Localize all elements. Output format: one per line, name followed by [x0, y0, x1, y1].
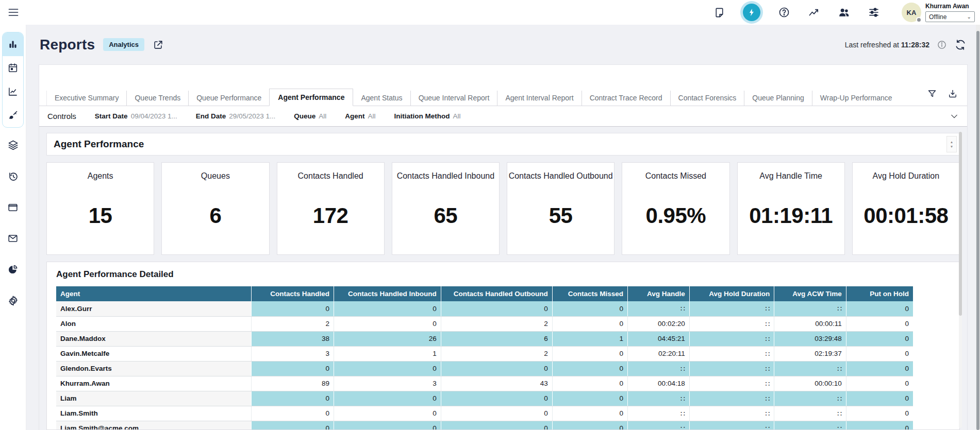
tab-wrap-up-performance[interactable]: Wrap-Up Performance — [812, 91, 900, 106]
last-refreshed-text: Last refreshed at 11:28:32 — [845, 41, 929, 49]
chevron-down-icon: ⌄ — [967, 14, 971, 20]
analytics-badge: Analytics — [103, 38, 144, 51]
kpi-card-avg-hold-duration: Avg Hold Duration00:01:58 — [852, 162, 960, 255]
tab-queue-interval-report[interactable]: Queue Interval Report — [410, 91, 497, 106]
tab-contract-trace-record[interactable]: Contract Trace Record — [582, 91, 670, 106]
value-cell: ∷ — [689, 421, 774, 430]
sidebar-item-schedule[interactable] — [2, 56, 24, 80]
tab-queue-trends[interactable]: Queue Trends — [126, 91, 188, 106]
value-cell: 3 — [252, 346, 334, 361]
mail-icon[interactable] — [7, 233, 19, 244]
value-cell: 0 — [846, 376, 913, 391]
sidebar-item-metrics[interactable] — [2, 80, 24, 104]
value-cell: 00:00:11 — [774, 316, 846, 331]
notes-icon[interactable] — [713, 6, 725, 19]
section-scroll-stepper[interactable]: ▲▼ — [946, 136, 957, 152]
value-cell: 0 — [552, 301, 627, 316]
tab-agent-performance[interactable]: Agent Performance — [269, 89, 353, 106]
menu-icon[interactable] — [7, 6, 20, 19]
column-header-contacts-missed[interactable]: Contacts Missed — [552, 286, 627, 301]
value-cell: ∷ — [774, 421, 846, 430]
sidebar-report-group — [2, 32, 24, 128]
value-cell: ∷ — [689, 346, 774, 361]
value-cell: ∷ — [628, 301, 690, 316]
agent-name-cell: Dane.Maddox — [56, 331, 252, 346]
sidebar-item-designer[interactable] — [2, 104, 24, 127]
tab-queue-performance[interactable]: Queue Performance — [188, 91, 269, 106]
pie-chart-icon[interactable] — [7, 264, 19, 275]
settings-sliders-icon[interactable] — [868, 6, 880, 19]
tab-agent-status[interactable]: Agent Status — [353, 91, 410, 106]
info-icon[interactable] — [937, 40, 947, 50]
quick-actions-button[interactable] — [743, 4, 760, 21]
filter-agent[interactable]: AgentAll — [345, 112, 375, 120]
filter-initiation-method[interactable]: Initiation MethodAll — [394, 112, 461, 120]
value-cell: ∷ — [774, 391, 846, 406]
value-cell: 0 — [441, 391, 552, 406]
tab-queue-planning[interactable]: Queue Planning — [744, 91, 811, 106]
value-cell: 0 — [334, 316, 441, 331]
calendar-icon — [7, 62, 19, 74]
page-scrollbar[interactable] — [976, 25, 980, 430]
controls-collapse-chevron-icon[interactable] — [950, 112, 959, 121]
tab-agent-interval-report[interactable]: Agent Interval Report — [497, 91, 581, 106]
filter-start-date[interactable]: Start Date09/04/2023 1... — [95, 112, 177, 120]
kpi-label: Contacts Handled — [298, 171, 363, 181]
value-cell: 0 — [252, 301, 334, 316]
table-row-alex-gurr: Alex.Gurr0000∷∷∷0 — [56, 301, 913, 316]
filter-icon[interactable] — [927, 89, 937, 99]
column-header-avg-handle[interactable]: Avg Handle — [628, 286, 690, 301]
column-header-contacts-handled-inbound[interactable]: Contacts Handled Inbound — [334, 286, 441, 301]
value-cell: ∷ — [628, 361, 690, 376]
tab-executive-summary[interactable]: Executive Summary — [46, 91, 126, 106]
kpi-label: Contacts Handled Outbound — [509, 171, 613, 181]
filter-queue[interactable]: QueueAll — [294, 112, 326, 120]
tab-contact-forensics[interactable]: Contact Forensics — [670, 91, 744, 106]
column-header-contacts-handled[interactable]: Contacts Handled — [252, 286, 334, 301]
value-cell: 0 — [846, 406, 913, 421]
refresh-icon[interactable] — [954, 39, 967, 51]
kpi-value: 01:19:11 — [749, 203, 833, 228]
history-icon[interactable] — [7, 170, 19, 182]
download-icon[interactable] — [948, 89, 958, 99]
table-row-liam: Liam0000∷∷∷0 — [56, 391, 913, 406]
external-link-icon[interactable] — [153, 39, 164, 50]
controls-label: Controls — [47, 112, 76, 121]
sidebar-item-reports[interactable] — [2, 32, 24, 56]
avatar[interactable]: KA — [902, 3, 921, 22]
value-cell: 04:45:21 — [628, 331, 690, 346]
controls-fields: Start Date09/04/2023 1...End Date29/05/2… — [95, 112, 461, 120]
column-header-avg-acw-time[interactable]: Avg ACW Time — [774, 286, 846, 301]
status-select[interactable]: Offline ⌄ — [925, 11, 975, 22]
value-cell: ∷ — [689, 361, 774, 376]
value-cell: 0 — [441, 301, 552, 316]
value-cell: 0 — [334, 421, 441, 430]
value-cell: 0 — [846, 301, 913, 316]
kpi-card-contacts-handled-outbound: Contacts Handled Outbound55 — [507, 162, 614, 255]
gear-icon[interactable] — [7, 295, 19, 306]
value-cell: 0 — [334, 406, 441, 421]
help-icon[interactable] — [778, 6, 790, 19]
column-header-put-on-hold[interactable]: Put on Hold — [846, 286, 913, 301]
kpi-value: 0.95% — [646, 203, 706, 228]
value-cell: 38 — [252, 331, 334, 346]
kpi-value: 6 — [209, 203, 221, 228]
metrics-icon[interactable] — [808, 6, 820, 19]
value-cell: 0 — [441, 421, 552, 430]
value-cell: 0 — [552, 316, 627, 331]
column-header-avg-hold-duration[interactable]: Avg Hold Duration — [689, 286, 774, 301]
kpi-card-contacts-handled-inbound: Contacts Handled Inbound65 — [392, 162, 500, 255]
card-scrollbar[interactable] — [959, 132, 962, 428]
column-header-agent[interactable]: Agent — [56, 286, 252, 301]
filter-end-date[interactable]: End Date29/05/2023 1... — [196, 112, 276, 120]
value-cell: ∷ — [689, 331, 774, 346]
column-header-contacts-handled-outbound[interactable]: Contacts Handled Outbound — [441, 286, 552, 301]
value-cell: 0 — [441, 361, 552, 376]
app-window-icon[interactable] — [7, 202, 19, 213]
value-cell: 0 — [252, 421, 334, 430]
kpi-card-contacts-handled: Contacts Handled172 — [277, 162, 385, 255]
layers-icon[interactable] — [7, 139, 19, 151]
users-icon[interactable] — [838, 6, 850, 19]
table-row-liam-smith-acme-com: Liam.Smith@acme.com0000∷∷∷0 — [56, 421, 913, 430]
agent-name-cell: Liam.Smith@acme.com — [56, 421, 252, 430]
